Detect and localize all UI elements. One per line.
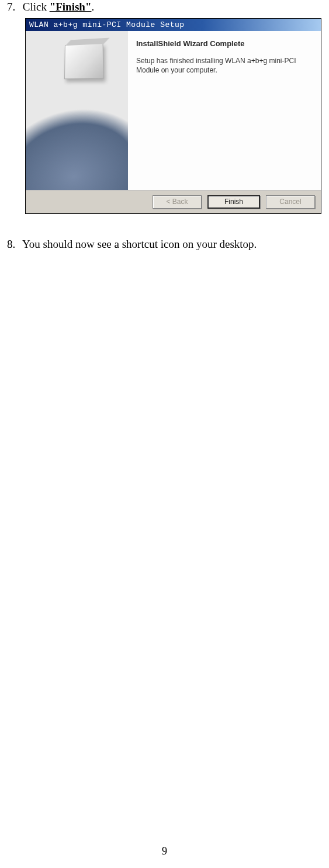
dialog-body-text: Setup has finished installing WLAN a+b+g… (136, 56, 310, 76)
dialog-title-text: WLAN a+b+g mini-PCI Module Setup (29, 20, 185, 29)
dialog-footer: < Back Finish Cancel (26, 190, 321, 213)
dialog-heading: InstallShield Wizard Complete (136, 39, 310, 48)
installer-dialog: WLAN a+b+g mini-PCI Module Setup Install… (25, 18, 321, 214)
step-8-text: You should now see a shortcut icon on yo… (22, 238, 257, 250)
step-7-pre: Click (23, 1, 50, 13)
cancel-button-label: Cancel (279, 198, 301, 206)
swoosh-graphic (26, 75, 128, 190)
dialog-content: InstallShield Wizard Complete Setup has … (128, 31, 321, 190)
step-7-boldword: "Finish" (50, 1, 92, 13)
step-8-line: 8. You should now see a shortcut icon on… (7, 237, 322, 252)
cancel-button[interactable]: Cancel (266, 195, 315, 209)
step-7-line: 7. Click "Finish". (7, 0, 322, 15)
dialog-body: InstallShield Wizard Complete Setup has … (26, 31, 321, 190)
page-number: 9 (0, 845, 329, 857)
finish-button[interactable]: Finish (207, 195, 260, 209)
finish-button-label: Finish (224, 198, 243, 206)
step-7-post: . (91, 1, 94, 13)
wizard-banner-image (26, 31, 128, 190)
step-7-number: 7. (7, 0, 20, 15)
step-8-number: 8. (7, 237, 20, 252)
back-button-label: < Back (166, 198, 188, 206)
back-button[interactable]: < Back (153, 195, 202, 209)
dialog-titlebar: WLAN a+b+g mini-PCI Module Setup (26, 19, 321, 31)
package-box-icon (64, 43, 103, 79)
